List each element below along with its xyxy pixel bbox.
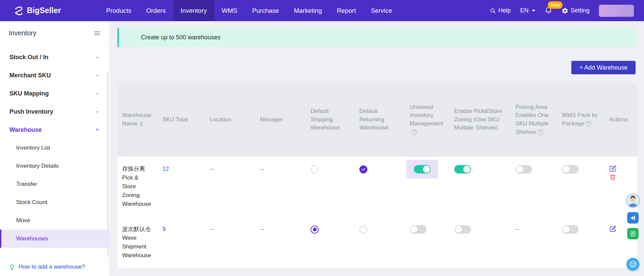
header-sku-total: SKU Total (158, 83, 205, 157)
sidebar-item-stock-count[interactable]: Stock Count (0, 193, 109, 211)
wms-pack-toggle[interactable] (562, 225, 579, 234)
trash-icon[interactable] (609, 173, 616, 182)
sidebar-footer: How to add a warehouse? (0, 258, 109, 276)
toolbar: + Add Warehouse (117, 61, 636, 74)
chevron-down-icon (95, 55, 100, 60)
chevron-down-icon (95, 91, 100, 96)
add-warehouse-button[interactable]: + Add Warehouse (571, 61, 636, 74)
sidebar-item-merchant-sku[interactable]: Merchant SKU (0, 66, 109, 84)
chat-support-icon[interactable] (627, 258, 639, 271)
header-wms-pack: WMS Pack by Package? (557, 83, 604, 157)
main-content: Create up to 500 warehouses + Add Wareho… (109, 21, 644, 276)
table-row: 存拣分离 Pick & Store Zoning Warehouse 12 --… (117, 157, 637, 217)
header-default-returning: Default Returning Warehouse (355, 83, 405, 157)
brand-logo[interactable]: BigSeller (13, 0, 61, 21)
announcement-icon[interactable] (627, 212, 639, 224)
sku-total-link[interactable]: 9 (163, 226, 166, 232)
chevron-down-icon (95, 109, 100, 114)
sidebar-item-warehouse[interactable]: Warehouse (0, 121, 109, 139)
language-label: EN (520, 7, 529, 14)
navbar-right: Help EN New Setting (490, 0, 634, 21)
nav-item-orders[interactable]: Orders (139, 0, 173, 21)
how-to-add-warehouse-link[interactable]: How to add a warehouse? (19, 264, 85, 270)
language-selector[interactable]: EN (520, 7, 535, 14)
pick-store-zoning-toggle[interactable] (454, 165, 471, 173)
collapse-sidebar-icon[interactable] (94, 30, 100, 37)
default-returning-checkbox[interactable] (359, 226, 367, 234)
sidebar-item-inventory-list[interactable]: Inventory List (0, 139, 109, 157)
info-banner: Create up to 500 warehouses (117, 28, 636, 47)
header-location: Location (205, 83, 255, 157)
header-default-shipping: Default Shipping Warehouse (306, 83, 355, 157)
chevron-down-icon (95, 73, 100, 78)
setting-menu[interactable]: Setting (562, 7, 589, 14)
default-returning-checkbox[interactable] (359, 165, 367, 173)
default-shipping-radio[interactable] (311, 226, 319, 234)
sidebar-item-push-inventory[interactable]: Push Inventory (0, 103, 109, 121)
highlighted-cell (406, 160, 438, 179)
sidebar-menu: Stock Out / In Merchant SKU SKU Mapping … (0, 44, 109, 248)
edit-icon[interactable] (609, 225, 617, 234)
sidebar-item-transfer[interactable]: Transfer (0, 175, 109, 193)
sidebar-item-move[interactable]: Move (0, 211, 109, 230)
main-nav: Products Orders Inventory WMS Purchase M… (99, 0, 400, 21)
sidebar: Inventory Stock Out / In Merchant SKU SK… (0, 21, 109, 276)
brand-icon (13, 6, 24, 16)
header-actions: Actions (604, 83, 637, 157)
question-circle-icon[interactable]: ? (537, 129, 543, 135)
unstored-inventory-toggle[interactable] (410, 225, 427, 234)
location-value: -- (210, 226, 213, 232)
nav-item-report[interactable]: Report (329, 0, 363, 21)
default-shipping-radio[interactable] (311, 165, 319, 173)
header-warehouse-name[interactable]: Warehouse Name (117, 83, 158, 157)
header-picking: Picking Area Enables One SKU Multiple Sh… (511, 83, 557, 157)
picking-area-value: -- (515, 226, 519, 232)
notifications-button[interactable]: New (545, 6, 552, 15)
banner-text: Create up to 500 warehouses (141, 34, 220, 41)
search-icon (490, 8, 496, 14)
sort-carets-icon[interactable] (140, 121, 143, 126)
sidebar-item-stock-out-in[interactable]: Stock Out / In (0, 48, 109, 66)
warehouse-name: 波次默认仓 Wave Shipment Warehouse (122, 225, 153, 260)
sidebar-item-sku-mapping[interactable]: SKU Mapping (0, 84, 109, 103)
lightbulb-icon (9, 264, 15, 270)
nav-item-purchase[interactable]: Purchase (245, 0, 286, 21)
sidebar-item-inventory-details[interactable]: Inventory Details (0, 157, 109, 175)
warehouse-table: Warehouse Name SKU Total Location Manage… (117, 83, 636, 268)
header-manager: Manager (255, 83, 306, 157)
location-value: -- (210, 166, 213, 172)
manager-value: -- (260, 166, 264, 172)
nav-item-service[interactable]: Service (363, 0, 399, 21)
question-circle-icon[interactable]: ? (586, 121, 592, 127)
help-menu[interactable]: Help (490, 7, 511, 14)
guide-book-icon[interactable] (627, 228, 639, 239)
user-account-chip[interactable] (599, 5, 634, 17)
gear-icon (562, 7, 568, 14)
table-row: 波次默认仓 Wave Shipment Warehouse 9 -- -- -- (117, 217, 637, 268)
nav-item-products[interactable]: Products (99, 0, 139, 21)
manager-value: -- (260, 226, 264, 232)
unstored-inventory-toggle[interactable] (414, 165, 431, 173)
picking-area-toggle[interactable] (515, 165, 532, 173)
chevron-up-icon (95, 127, 100, 132)
brand-name: BigSeller (27, 6, 61, 15)
question-circle-icon[interactable]: ? (412, 129, 417, 135)
warehouse-name: 存拣分离 Pick & Store Zoning Warehouse (122, 165, 153, 208)
chevron-down-icon (532, 10, 535, 12)
nav-item-inventory[interactable]: Inventory (173, 0, 214, 21)
nav-item-wms[interactable]: WMS (214, 0, 245, 21)
sidebar-scrollbar[interactable] (107, 72, 108, 255)
wms-pack-toggle[interactable] (562, 165, 579, 173)
floating-widgets (626, 194, 640, 271)
sku-total-link[interactable]: 12 (163, 166, 169, 172)
sidebar-item-warehouses[interactable]: Warehouses (0, 230, 109, 248)
nav-item-marketing[interactable]: Marketing (286, 0, 329, 21)
top-navbar: BigSeller Products Orders Inventory WMS … (0, 0, 644, 21)
setting-label: Setting (571, 7, 589, 14)
sidebar-title: Inventory (9, 29, 36, 37)
new-badge: New (548, 1, 563, 9)
table-header-row: Warehouse Name SKU Total Location Manage… (117, 83, 637, 157)
support-avatar[interactable] (626, 194, 640, 208)
pick-store-zoning-toggle[interactable] (454, 225, 471, 234)
edit-icon[interactable] (609, 165, 617, 173)
